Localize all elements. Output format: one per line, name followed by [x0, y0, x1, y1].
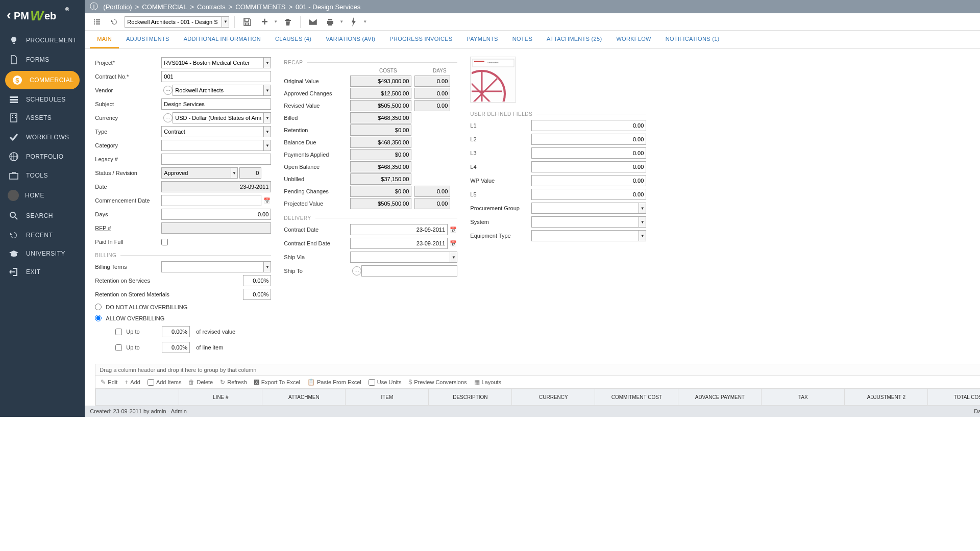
grid-export[interactable]: XExport To Excel	[254, 379, 300, 385]
sidebar-item-procurement[interactable]: PROCUREMENT	[0, 31, 85, 50]
input-contractno[interactable]	[161, 71, 271, 82]
input-currency[interactable]	[173, 112, 263, 123]
calendar-contractdate[interactable]: 📅	[449, 224, 457, 235]
input-legacy[interactable]	[161, 154, 271, 165]
sidebar-item-commercial[interactable]: $COMMERCIAL	[5, 71, 80, 89]
input-contractend[interactable]	[350, 238, 448, 249]
dropdown-status[interactable]: ▼	[231, 167, 238, 179]
calendar-commencement[interactable]: 📅	[263, 195, 271, 206]
dropdown-equiptype[interactable]: ▼	[639, 230, 646, 241]
tab-clauses-4-[interactable]: CLAUSES (4)	[268, 31, 318, 48]
tab-notes[interactable]: NOTES	[505, 31, 540, 48]
check-upto-line[interactable]	[115, 344, 122, 351]
delete-button[interactable]	[281, 15, 295, 29]
grid-paste[interactable]: 📋Paste From Excel	[307, 379, 361, 386]
grid-col-9[interactable]: ADJUSTMENT 2	[845, 389, 928, 406]
input-status[interactable]	[161, 167, 230, 179]
grid-refresh[interactable]: ↻Refresh	[220, 379, 247, 386]
input-days[interactable]	[161, 209, 271, 220]
input-l3[interactable]	[531, 147, 646, 159]
add-button[interactable]: +	[257, 15, 272, 29]
dropdown-category[interactable]: ▼	[263, 140, 271, 151]
sidebar-item-portfolio[interactable]: PORTFOLIO	[0, 147, 85, 166]
input-subject[interactable]	[161, 98, 271, 110]
grid-col-7[interactable]: ADVANCE PAYMENT	[678, 389, 762, 406]
dropdown-vendor[interactable]: ▼	[263, 85, 271, 96]
history-button[interactable]	[107, 15, 121, 29]
grid-col-6[interactable]: COMMITMENT COST	[595, 389, 678, 406]
input-retserv[interactable]	[243, 275, 271, 286]
sidebar-item-university[interactable]: UNIVERSITY	[0, 245, 85, 262]
grid-col-3[interactable]: ITEM	[346, 389, 429, 406]
input-project[interactable]	[161, 57, 263, 68]
input-l1[interactable]	[531, 120, 646, 131]
tab-notifications-1-[interactable]: NOTIFICATIONS (1)	[658, 31, 727, 48]
check-paidinfull[interactable]	[161, 239, 168, 245]
tab-variations-avi-[interactable]: VARIATIONS (AVI)	[318, 31, 382, 48]
calendar-contractend[interactable]: 📅	[449, 238, 457, 249]
dropdown-procgroup[interactable]: ▼	[639, 203, 646, 214]
grid-delete[interactable]: 🗑Delete	[188, 379, 213, 386]
print-button[interactable]	[323, 15, 337, 29]
info-icon[interactable]: ⓘ	[90, 2, 98, 12]
grid-layouts[interactable]: ▦Layouts	[474, 379, 502, 386]
tab-additional-information[interactable]: ADDITIONAL INFORMATION	[177, 31, 268, 48]
grid-col-10[interactable]: TOTAL COST	[928, 389, 980, 406]
print-dropdown[interactable]: ▼	[339, 19, 344, 24]
sidebar-item-schedules[interactable]: SCHEDULES	[0, 91, 85, 108]
grid-col-1[interactable]: LINE #	[179, 389, 262, 406]
input-upto-revised[interactable]	[162, 326, 190, 337]
sidebar-item-tools[interactable]: TOOLS	[0, 166, 85, 185]
grid-col-5[interactable]: CURRENCY	[512, 389, 595, 406]
tab-attachments-25-[interactable]: ATTACHMENTS (25)	[540, 31, 609, 48]
input-l2[interactable]	[531, 134, 646, 145]
input-contractdate[interactable]	[350, 224, 448, 235]
tab-adjustments[interactable]: ADJUSTMENTS	[119, 31, 177, 48]
save-button[interactable]	[240, 15, 254, 29]
input-shipto[interactable]	[361, 265, 457, 277]
grid-col-8[interactable]: TAX	[762, 389, 845, 406]
tab-main[interactable]: MAIN	[90, 31, 119, 48]
action-button[interactable]	[347, 15, 361, 29]
more-vendor[interactable]: ⋯	[163, 86, 173, 95]
tab-payments[interactable]: PAYMENTS	[459, 31, 505, 48]
breadcrumb-root[interactable]: (Portfolio)	[103, 3, 132, 11]
record-selector-dropdown[interactable]: ▼	[222, 16, 229, 28]
dropdown-project[interactable]: ▼	[263, 57, 271, 68]
grid-col-4[interactable]: DESCRIPTION	[429, 389, 512, 406]
email-button[interactable]	[306, 15, 320, 29]
dropdown-billingterms[interactable]: ▼	[263, 261, 271, 272]
input-shipvia[interactable]	[350, 252, 450, 263]
input-revision[interactable]	[239, 167, 261, 179]
dropdown-shipvia[interactable]: ▼	[450, 252, 457, 263]
dropdown-currency[interactable]: ▼	[263, 112, 271, 123]
radio-no-overbill[interactable]	[95, 304, 102, 310]
input-equiptype[interactable]	[531, 230, 639, 241]
dropdown-type[interactable]: ▼	[263, 126, 271, 137]
sidebar-item-workflows[interactable]: WORKFLOWS	[0, 128, 85, 147]
input-category[interactable]	[161, 140, 263, 151]
grid-add[interactable]: +Add	[125, 379, 140, 386]
grid-group-drop[interactable]: Drag a column header and drop it here to…	[95, 364, 980, 376]
more-currency[interactable]: ⋯	[163, 113, 173, 122]
sidebar-item-home[interactable]: HOME	[0, 185, 85, 206]
input-upto-line[interactable]	[162, 342, 190, 353]
input-commencement[interactable]	[161, 195, 261, 206]
sidebar-item-search[interactable]: SEARCH	[0, 206, 85, 226]
tab-workflow[interactable]: WORKFLOW	[609, 31, 658, 48]
grid-additems[interactable]: Add Items	[148, 379, 182, 386]
sidebar-item-forms[interactable]: FORMS	[0, 50, 85, 69]
grid-col-0[interactable]	[96, 389, 179, 406]
input-billingterms[interactable]	[161, 261, 263, 272]
tab-progress-invoices[interactable]: PROGRESS INVOICES	[382, 31, 459, 48]
more-shipto[interactable]: ⋯	[352, 266, 361, 276]
grid-edit[interactable]: ✎Edit	[101, 379, 117, 386]
input-wpvalue[interactable]	[531, 175, 646, 186]
input-vendor[interactable]	[173, 85, 263, 96]
list-view-button[interactable]	[90, 15, 104, 29]
input-retstored[interactable]	[243, 289, 271, 300]
grid-useunits[interactable]: Use Units	[369, 379, 402, 386]
input-type[interactable]	[161, 126, 263, 137]
input-l5[interactable]	[531, 189, 646, 200]
input-date[interactable]	[161, 181, 271, 192]
